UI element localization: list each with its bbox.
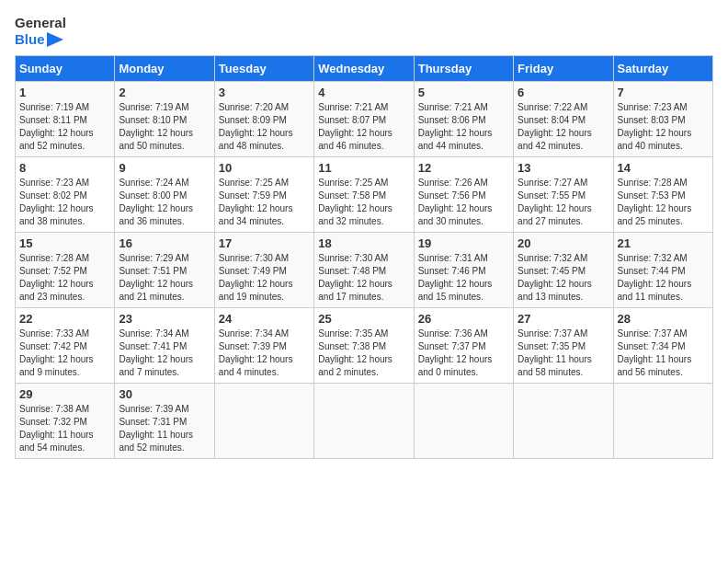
- day-cell: 19Sunrise: 7:31 AM Sunset: 7:46 PM Dayli…: [414, 233, 513, 308]
- day-info: Sunrise: 7:19 AM Sunset: 8:10 PM Dayligh…: [119, 101, 210, 153]
- day-info: Sunrise: 7:27 AM Sunset: 7:55 PM Dayligh…: [518, 177, 609, 228]
- day-number: 12: [418, 161, 509, 175]
- day-number: 16: [119, 236, 210, 250]
- col-header-sunday: Sunday: [16, 56, 115, 82]
- header: General Blue: [15, 15, 713, 48]
- day-cell: 14Sunrise: 7:28 AM Sunset: 7:53 PM Dayli…: [613, 157, 712, 233]
- day-info: Sunrise: 7:33 AM Sunset: 7:42 PM Dayligh…: [19, 327, 110, 379]
- day-cell: 29Sunrise: 7:38 AM Sunset: 7:32 PM Dayli…: [16, 384, 115, 459]
- day-cell: 27Sunrise: 7:37 AM Sunset: 7:35 PM Dayli…: [514, 308, 613, 384]
- day-cell: 6Sunrise: 7:22 AM Sunset: 8:04 PM Daylig…: [514, 82, 613, 157]
- day-cell: 28Sunrise: 7:37 AM Sunset: 7:34 PM Dayli…: [613, 308, 712, 384]
- day-cell: 30Sunrise: 7:39 AM Sunset: 7:31 PM Dayli…: [115, 384, 214, 459]
- day-cell: 15Sunrise: 7:28 AM Sunset: 7:52 PM Dayli…: [16, 233, 115, 308]
- day-info: Sunrise: 7:28 AM Sunset: 7:53 PM Dayligh…: [618, 177, 709, 228]
- day-info: Sunrise: 7:31 AM Sunset: 7:46 PM Dayligh…: [418, 252, 509, 304]
- day-cell: 7Sunrise: 7:23 AM Sunset: 8:03 PM Daylig…: [613, 82, 712, 157]
- day-number: 1: [19, 86, 110, 99]
- blue-triangle-icon: [47, 32, 63, 47]
- day-number: 25: [318, 312, 409, 326]
- day-cell: 11Sunrise: 7:25 AM Sunset: 7:58 PM Dayli…: [314, 157, 414, 233]
- week-row-4: 22Sunrise: 7:33 AM Sunset: 7:42 PM Dayli…: [16, 308, 713, 384]
- day-number: 27: [518, 312, 609, 326]
- day-number: 21: [618, 236, 709, 250]
- day-info: Sunrise: 7:38 AM Sunset: 7:32 PM Dayligh…: [19, 403, 110, 454]
- col-header-thursday: Thursday: [414, 56, 513, 82]
- day-cell: [514, 384, 613, 459]
- day-cell: 13Sunrise: 7:27 AM Sunset: 7:55 PM Dayli…: [514, 157, 613, 233]
- col-header-wednesday: Wednesday: [314, 56, 414, 82]
- svg-marker-0: [47, 32, 63, 47]
- day-info: Sunrise: 7:29 AM Sunset: 7:51 PM Dayligh…: [119, 252, 210, 304]
- day-cell: 21Sunrise: 7:32 AM Sunset: 7:44 PM Dayli…: [613, 233, 712, 308]
- day-number: 10: [219, 161, 310, 175]
- day-number: 6: [518, 86, 609, 99]
- day-cell: 16Sunrise: 7:29 AM Sunset: 7:51 PM Dayli…: [115, 233, 214, 308]
- day-info: Sunrise: 7:21 AM Sunset: 8:06 PM Dayligh…: [418, 101, 509, 153]
- day-info: Sunrise: 7:34 AM Sunset: 7:39 PM Dayligh…: [219, 327, 310, 379]
- col-header-monday: Monday: [115, 56, 214, 82]
- day-number: 23: [119, 312, 210, 326]
- day-cell: 17Sunrise: 7:30 AM Sunset: 7:49 PM Dayli…: [214, 233, 313, 308]
- week-row-2: 8Sunrise: 7:23 AM Sunset: 8:02 PM Daylig…: [16, 157, 713, 233]
- day-cell: 2Sunrise: 7:19 AM Sunset: 8:10 PM Daylig…: [115, 82, 214, 157]
- day-info: Sunrise: 7:32 AM Sunset: 7:44 PM Dayligh…: [618, 252, 709, 304]
- col-header-tuesday: Tuesday: [214, 56, 313, 82]
- day-number: 20: [518, 236, 609, 250]
- day-info: Sunrise: 7:21 AM Sunset: 8:07 PM Dayligh…: [318, 101, 409, 153]
- col-header-friday: Friday: [514, 56, 613, 82]
- day-cell: [613, 384, 712, 459]
- day-info: Sunrise: 7:34 AM Sunset: 7:41 PM Dayligh…: [119, 327, 210, 379]
- day-info: Sunrise: 7:39 AM Sunset: 7:31 PM Dayligh…: [119, 403, 210, 454]
- day-info: Sunrise: 7:23 AM Sunset: 8:02 PM Dayligh…: [19, 177, 110, 228]
- day-cell: [414, 384, 513, 459]
- day-number: 24: [219, 312, 310, 326]
- day-cell: [214, 384, 313, 459]
- day-info: Sunrise: 7:22 AM Sunset: 8:04 PM Dayligh…: [518, 101, 609, 153]
- week-row-1: 1Sunrise: 7:19 AM Sunset: 8:11 PM Daylig…: [16, 82, 713, 157]
- day-number: 29: [19, 387, 110, 401]
- day-info: Sunrise: 7:20 AM Sunset: 8:09 PM Dayligh…: [219, 101, 310, 153]
- day-info: Sunrise: 7:35 AM Sunset: 7:38 PM Dayligh…: [318, 327, 409, 379]
- day-cell: 9Sunrise: 7:24 AM Sunset: 8:00 PM Daylig…: [115, 157, 214, 233]
- day-cell: 10Sunrise: 7:25 AM Sunset: 7:59 PM Dayli…: [214, 157, 313, 233]
- day-number: 2: [119, 86, 210, 99]
- logo: General Blue: [15, 15, 66, 48]
- day-number: 5: [418, 86, 509, 99]
- day-number: 13: [518, 161, 609, 175]
- week-row-5: 29Sunrise: 7:38 AM Sunset: 7:32 PM Dayli…: [16, 384, 713, 459]
- day-number: 8: [19, 161, 110, 175]
- day-cell: 12Sunrise: 7:26 AM Sunset: 7:56 PM Dayli…: [414, 157, 513, 233]
- day-info: Sunrise: 7:28 AM Sunset: 7:52 PM Dayligh…: [19, 252, 110, 304]
- day-number: 30: [119, 387, 210, 401]
- day-cell: 8Sunrise: 7:23 AM Sunset: 8:02 PM Daylig…: [16, 157, 115, 233]
- calendar-header: SundayMondayTuesdayWednesdayThursdayFrid…: [16, 56, 713, 82]
- day-cell: 26Sunrise: 7:36 AM Sunset: 7:37 PM Dayli…: [414, 308, 513, 384]
- day-cell: 1Sunrise: 7:19 AM Sunset: 8:11 PM Daylig…: [16, 82, 115, 157]
- day-info: Sunrise: 7:32 AM Sunset: 7:45 PM Dayligh…: [518, 252, 609, 304]
- day-cell: 23Sunrise: 7:34 AM Sunset: 7:41 PM Dayli…: [115, 308, 214, 384]
- day-number: 14: [618, 161, 709, 175]
- day-number: 26: [418, 312, 509, 326]
- day-number: 19: [418, 236, 509, 250]
- day-info: Sunrise: 7:25 AM Sunset: 7:59 PM Dayligh…: [219, 177, 310, 228]
- col-header-saturday: Saturday: [613, 56, 712, 82]
- day-number: 17: [219, 236, 310, 250]
- day-info: Sunrise: 7:37 AM Sunset: 7:35 PM Dayligh…: [518, 327, 609, 379]
- day-number: 22: [19, 312, 110, 326]
- day-info: Sunrise: 7:19 AM Sunset: 8:11 PM Dayligh…: [19, 101, 110, 153]
- day-number: 15: [19, 236, 110, 250]
- week-row-3: 15Sunrise: 7:28 AM Sunset: 7:52 PM Dayli…: [16, 233, 713, 308]
- day-info: Sunrise: 7:25 AM Sunset: 7:58 PM Dayligh…: [318, 177, 409, 228]
- day-info: Sunrise: 7:30 AM Sunset: 7:48 PM Dayligh…: [318, 252, 409, 304]
- day-cell: 20Sunrise: 7:32 AM Sunset: 7:45 PM Dayli…: [514, 233, 613, 308]
- logo-text: General Blue: [15, 15, 66, 48]
- day-number: 28: [618, 312, 709, 326]
- day-info: Sunrise: 7:24 AM Sunset: 8:00 PM Dayligh…: [119, 177, 210, 228]
- calendar-body: 1Sunrise: 7:19 AM Sunset: 8:11 PM Daylig…: [16, 82, 713, 459]
- day-cell: 24Sunrise: 7:34 AM Sunset: 7:39 PM Dayli…: [214, 308, 313, 384]
- day-cell: 5Sunrise: 7:21 AM Sunset: 8:06 PM Daylig…: [414, 82, 513, 157]
- day-cell: 22Sunrise: 7:33 AM Sunset: 7:42 PM Dayli…: [16, 308, 115, 384]
- calendar-table: SundayMondayTuesdayWednesdayThursdayFrid…: [15, 55, 713, 459]
- day-number: 18: [318, 236, 409, 250]
